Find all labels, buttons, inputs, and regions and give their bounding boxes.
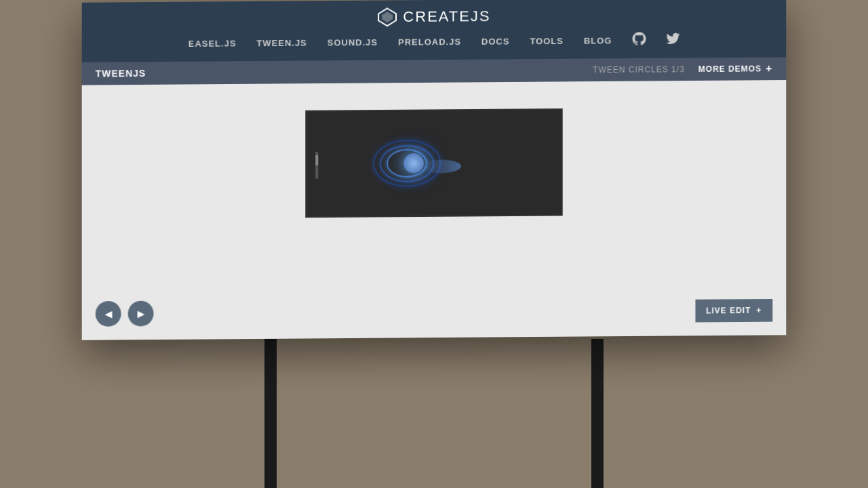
nav-bar: EASEL.JS TWEEN.JS SOUND.JS PRELOAD.JS DO… [189, 32, 680, 52]
next-button[interactable]: ▶ [128, 301, 154, 327]
circle-visualization [366, 122, 502, 203]
pole-right [591, 339, 604, 488]
nav-item-tweenjs[interactable]: TWEEN.JS [256, 38, 307, 48]
github-icon[interactable] [632, 32, 646, 49]
scroll-bar [315, 152, 318, 179]
nav-item-docs[interactable]: DOCS [481, 37, 510, 47]
twitter-icon[interactable] [666, 32, 679, 49]
scroll-thumb [315, 155, 318, 165]
page-title: TWEENJS [96, 68, 146, 79]
nav-item-tools[interactable]: TOOLS [530, 36, 563, 46]
nav-item-preloadjs[interactable]: PRELOAD.JS [398, 37, 461, 47]
logo-icon [377, 7, 397, 27]
live-edit-label: LIVE EDIT [706, 306, 751, 315]
demo-canvas [305, 108, 562, 218]
next-icon: ▶ [137, 308, 144, 319]
nav-buttons: ◀ ▶ [96, 301, 154, 327]
main-content: ◀ ▶ LIVE EDIT + [82, 80, 787, 340]
nav-item-blog[interactable]: BLOG [584, 36, 612, 46]
svg-marker-1 [382, 12, 393, 22]
logo-area: CREATEJS [377, 6, 490, 27]
pole-left [264, 339, 277, 488]
nav-item-easeljs[interactable]: EASEL.JS [189, 39, 237, 49]
live-edit-button[interactable]: LIVE EDIT + [695, 299, 772, 323]
billboard: CREATEJS EASEL.JS TWEEN.JS SOUND.JS PREL… [82, 0, 787, 340]
nav-item-soundjs[interactable]: SOUND.JS [328, 37, 378, 47]
logo-text: CREATEJS [403, 7, 490, 26]
